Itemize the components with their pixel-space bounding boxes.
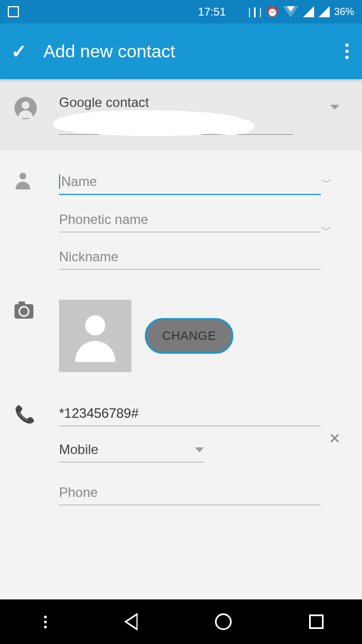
alarm-icon: ⏰ <box>266 6 278 18</box>
name-placeholder: Name <box>61 174 97 189</box>
battery-text: 36% <box>334 6 354 18</box>
account-type-label: Google contact <box>59 95 321 110</box>
person-icon <box>14 173 31 189</box>
vibrate-icon: |❙| <box>248 6 262 18</box>
account-icon <box>14 97 37 119</box>
change-photo-button[interactable]: CHANGE <box>145 318 233 354</box>
nav-menu-icon[interactable] <box>38 616 47 628</box>
phone-section: 📞 *123456789# Mobile Phone ✕ <box>0 380 362 513</box>
phone-field[interactable]: *123456789# <box>59 402 321 426</box>
confirm-icon[interactable]: ✓ <box>11 40 27 62</box>
redaction <box>204 118 254 135</box>
phonetic-placeholder: Phonetic name <box>59 212 148 227</box>
name-section: Name Phonetic name Nickname ﹀ ﹀ <box>0 150 362 277</box>
app-bar: ✓ Add new contact <box>0 23 362 79</box>
phonetic-field[interactable]: Phonetic name <box>59 208 321 232</box>
dropdown-icon <box>195 447 204 452</box>
signal-icon <box>303 6 314 17</box>
phone-type-dropdown[interactable]: Mobile <box>59 437 204 462</box>
nav-recent-icon[interactable] <box>309 614 324 629</box>
dropdown-icon[interactable] <box>330 105 339 110</box>
overflow-menu-icon[interactable] <box>343 39 351 64</box>
chevron-down-icon[interactable]: ﹀ <box>321 175 349 190</box>
account-section[interactable]: Google contact <box>0 79 362 150</box>
nav-back-icon[interactable] <box>124 613 138 631</box>
signal2-icon <box>319 6 330 17</box>
wifi-icon <box>283 6 299 17</box>
status-time: 17:51 <box>198 6 226 18</box>
status-app-icon <box>8 6 19 17</box>
navigation-bar <box>0 599 362 644</box>
page-title: Add new contact <box>43 41 175 62</box>
status-icons: |❙| ⏰ 36% <box>248 6 354 18</box>
nickname-field[interactable]: Nickname <box>59 246 321 270</box>
camera-icon <box>14 304 33 319</box>
chevron-down-icon[interactable]: ﹀ <box>321 222 349 237</box>
status-bar: 17:51 |❙| ⏰ 36% <box>0 0 362 23</box>
phone-icon: 📞 <box>14 404 31 421</box>
contact-avatar[interactable] <box>59 300 131 372</box>
content-area: Google contact Name Phonetic name Nickna… <box>0 79 362 599</box>
phone-type-label: Mobile <box>59 442 99 457</box>
nav-home-icon[interactable] <box>215 613 232 630</box>
phone2-field[interactable]: Phone <box>59 481 321 505</box>
nickname-placeholder: Nickname <box>59 249 119 265</box>
photo-section: CHANGE <box>0 277 362 380</box>
close-icon[interactable]: ✕ <box>329 430 341 447</box>
phone2-placeholder: Phone <box>59 485 97 500</box>
name-field[interactable]: Name <box>59 170 321 195</box>
phone-value: *123456789# <box>59 406 139 421</box>
